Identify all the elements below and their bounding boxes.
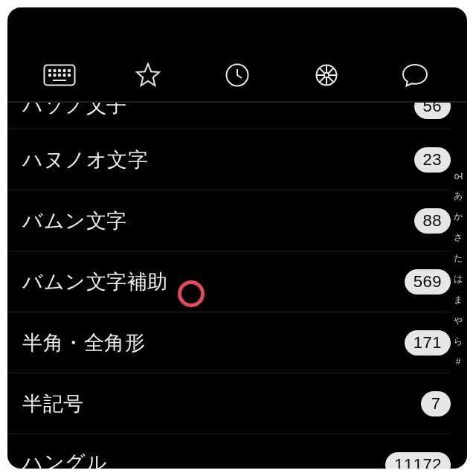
keyboard-icon <box>43 64 76 86</box>
list-item[interactable]: バムン文字補助 569 <box>7 251 451 312</box>
index-letter[interactable]: さ <box>454 231 463 244</box>
list-item[interactable]: 半記号 7 <box>7 373 451 434</box>
wheel-icon <box>313 62 340 89</box>
tab-keyboard[interactable] <box>15 49 104 101</box>
svg-point-14 <box>324 73 328 77</box>
index-letter[interactable]: た <box>454 252 463 265</box>
list-item-label: ハヌノオ文字 <box>22 147 414 173</box>
star-icon <box>135 62 161 89</box>
tab-chat[interactable] <box>370 49 460 101</box>
svg-point-7 <box>54 74 55 76</box>
count-badge: 88 <box>414 208 451 234</box>
svg-point-8 <box>59 74 60 76</box>
index-letter[interactable]: ら <box>454 335 463 348</box>
tab-settings[interactable] <box>282 49 371 101</box>
list-item[interactable]: ハングル 11172 <box>7 434 451 469</box>
svg-line-22 <box>319 77 324 82</box>
list-item-label: バムン文字 <box>22 208 414 234</box>
count-badge: 171 <box>405 330 451 356</box>
index-letter[interactable]: ま <box>454 294 463 306</box>
comment-icon <box>401 62 429 88</box>
tab-favorites[interactable] <box>104 49 193 101</box>
svg-point-4 <box>63 70 65 71</box>
count-badge: 56 <box>414 103 451 119</box>
list-item[interactable]: バムン文字 88 <box>7 190 451 251</box>
list-item-label: 半記号 <box>22 390 421 417</box>
svg-line-19 <box>319 68 324 74</box>
list-item-label: 半角・全角形 <box>22 329 405 356</box>
svg-point-6 <box>49 74 51 76</box>
svg-point-9 <box>63 74 65 76</box>
section-index[interactable]: o-l あ か さ た は ま や ら # <box>451 171 465 431</box>
list-item[interactable]: ハヌノオ文字 23 <box>7 129 451 190</box>
tab-bar <box>7 49 467 101</box>
svg-point-3 <box>59 70 60 71</box>
list-item-label: ハソノ乂子 <box>22 103 414 119</box>
category-list[interactable]: ハソノ乂子 56 ハヌノオ文字 23 バムン文字 88 バムン文字補助 569 … <box>7 103 451 469</box>
svg-line-20 <box>328 77 333 82</box>
count-badge: 23 <box>414 147 451 173</box>
app-frame: ハソノ乂子 56 ハヌノオ文字 23 バムン文字 88 バムン文字補助 569 … <box>7 7 467 469</box>
svg-point-5 <box>68 70 70 71</box>
svg-point-1 <box>49 70 51 71</box>
index-letter[interactable]: か <box>454 210 463 223</box>
list-item[interactable]: 半角・全角形 171 <box>7 312 451 373</box>
list-item[interactable]: ハソノ乂子 56 <box>7 103 451 129</box>
clock-icon <box>225 62 250 88</box>
count-badge: 569 <box>405 269 451 295</box>
index-letter[interactable]: o-l <box>454 171 462 181</box>
index-letter[interactable]: は <box>454 273 463 286</box>
index-letter[interactable]: # <box>456 356 461 367</box>
count-badge: 11172 <box>385 452 451 469</box>
svg-line-21 <box>328 68 333 74</box>
svg-point-10 <box>68 74 70 76</box>
count-badge: 7 <box>421 391 451 416</box>
list-item-label: バムン文字補助 <box>22 268 405 295</box>
index-letter[interactable]: や <box>454 315 463 327</box>
list-item-label: ハングル <box>22 449 385 469</box>
svg-point-2 <box>54 70 55 71</box>
status-gap <box>7 7 467 49</box>
tab-recent[interactable] <box>193 49 282 101</box>
index-letter[interactable]: あ <box>454 190 463 202</box>
